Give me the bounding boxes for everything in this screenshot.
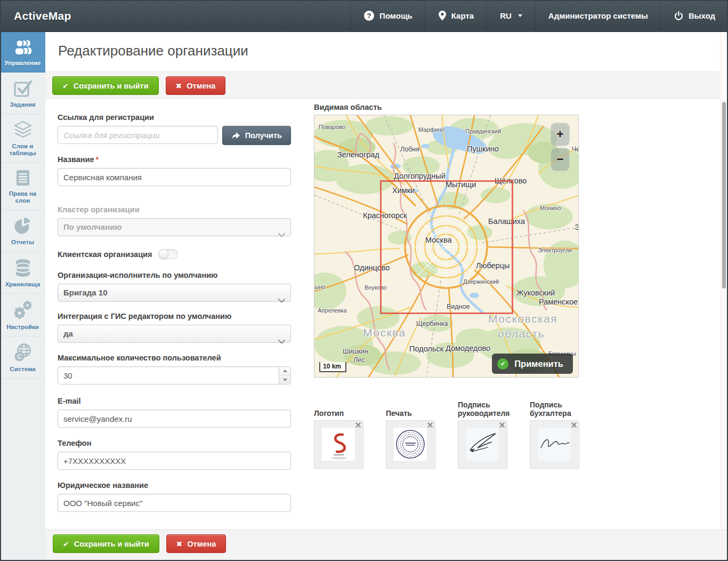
client-org-toggle[interactable] <box>158 249 178 259</box>
name-field: Название* <box>58 155 291 186</box>
apply-button[interactable]: ✔ Применить <box>492 354 573 374</box>
accountant-sign-label: Подпись бухгалтера <box>530 400 583 418</box>
sidebar-item-settings[interactable]: Настройки <box>0 294 45 336</box>
email-label: E-mail <box>58 397 291 405</box>
chevron-down-icon <box>278 292 285 309</box>
map-place-label: Раменское <box>539 298 578 306</box>
cancel-button-bottom[interactable]: ✖ Отмена <box>166 534 227 553</box>
director-sign-label-zone: Подпись руководителя <box>458 397 511 418</box>
gis-integration-value: да <box>63 329 73 338</box>
top-action-bar: ✔ Сохранить и выйти ✖ Отмена <box>45 72 721 99</box>
help-menu-item[interactable]: ? Помощь <box>351 0 425 31</box>
get-link-label: Получить <box>245 131 282 140</box>
visible-area-rectangle[interactable] <box>380 180 513 314</box>
save-and-exit-button-bottom[interactable]: ✔ Сохранить и выйти <box>53 534 159 553</box>
phone-input[interactable] <box>58 452 291 470</box>
visible-area-map[interactable]: ПоваровоМарфиноПравдинскийПушкиноЗеленог… <box>314 115 579 378</box>
save-button-label: Сохранить и выйти <box>74 540 149 548</box>
accountant-sign-attachment[interactable]: × <box>530 420 579 469</box>
sidebar-item-tasks[interactable]: Задания <box>0 73 45 114</box>
email-field: E-mail <box>58 397 291 428</box>
map-place-label: Домодедово <box>446 344 490 352</box>
gis-integration-field: Интеграция с ГИС редактором по умолчанию… <box>58 312 291 343</box>
map-pin-icon <box>439 11 446 21</box>
cancel-button-label: Отмена <box>187 82 215 90</box>
max-users-label: Максимальное количество пользователей <box>58 354 291 362</box>
accountant-sign-label-zone: Подпись бухгалтера <box>530 397 583 418</box>
map-place-label: Марфино <box>418 126 444 133</box>
stamp-attachment[interactable]: × <box>386 420 435 469</box>
svg-text:C: C <box>17 353 21 360</box>
language-selector[interactable]: RU <box>487 0 535 31</box>
map-scale: 10 km <box>319 362 346 372</box>
gis-integration-select[interactable]: да <box>58 325 291 343</box>
email-input[interactable] <box>58 410 291 428</box>
registration-link-field: Ссылка для регистрации Получить <box>58 113 291 145</box>
required-asterisk: * <box>95 155 99 164</box>
app-logo: ActiveMap <box>0 0 85 31</box>
sidebar-item-system[interactable]: C Система <box>0 336 45 379</box>
topbar-spacer <box>85 0 351 31</box>
logo-image <box>322 428 355 461</box>
number-spinner <box>279 367 290 384</box>
remove-logo-icon[interactable]: × <box>355 420 361 430</box>
map-place-label: Лес <box>353 356 365 364</box>
caret-down-icon <box>518 14 522 17</box>
client-org-label: Клиентская организация <box>58 250 152 259</box>
app-window: ActiveMap ? Помощь Карта RU Администрато… <box>0 0 728 561</box>
logo-label-zone: Логотип <box>314 397 386 418</box>
zoom-out-button[interactable]: − <box>551 148 570 171</box>
registration-link-input[interactable] <box>58 126 218 144</box>
map-place-label: Московская <box>488 312 557 325</box>
map-place-label: Эл <box>575 223 579 231</box>
vertical-scrollbar[interactable] <box>721 99 727 561</box>
chevron-down-icon <box>278 226 285 243</box>
legal-name-label: Юридическое название <box>58 481 291 490</box>
sidebar-item-label: Управление <box>2 60 44 67</box>
cluster-label: Кластер организации <box>58 205 291 214</box>
spinner-down-button[interactable] <box>279 375 290 384</box>
sidebar-item-management[interactable]: Управление <box>0 32 45 73</box>
users-icon <box>12 38 34 57</box>
remove-accountant-sign-icon[interactable]: × <box>571 420 577 430</box>
sidebar-item-label: Слои и таблицы <box>2 143 44 157</box>
zoom-in-button[interactable]: + <box>551 123 570 146</box>
current-user-item[interactable]: Администратор системы <box>535 0 661 31</box>
sidebar-item-layer-rights[interactable]: Права на слои <box>0 163 45 210</box>
remove-stamp-icon[interactable]: × <box>427 420 433 430</box>
spinner-up-button[interactable] <box>279 367 290 375</box>
help-icon: ? <box>364 11 374 21</box>
legal-name-input[interactable] <box>58 494 291 512</box>
remove-director-sign-icon[interactable]: × <box>499 420 505 430</box>
main-content: Редактирование организации ✔ Сохранить и… <box>45 32 728 561</box>
director-sign-attachment[interactable]: × <box>458 420 507 469</box>
sidebar-item-storages[interactable]: Хранилища <box>0 252 45 294</box>
sidebar-item-reports[interactable]: Отчеты <box>0 210 45 252</box>
sidebar-item-label: Задания <box>2 101 44 108</box>
map-menu-item[interactable]: Карта <box>425 0 487 31</box>
map-place-label: область <box>498 327 545 340</box>
sidebar-item-layers[interactable]: Слои и таблицы <box>0 114 45 163</box>
sidebar-item-label: Настройки <box>2 324 44 331</box>
organization-form: Ссылка для регистрации Получить Назв <box>45 99 721 530</box>
map-zoom-control: + − <box>551 123 570 173</box>
name-label: Название* <box>58 155 291 164</box>
map-place-label: Зеленоград <box>337 150 379 159</box>
cross-icon: ✖ <box>176 540 183 548</box>
map-place-label: Апрелевка <box>318 307 347 314</box>
logo-attachment[interactable]: × <box>314 420 363 469</box>
max-users-input[interactable] <box>58 366 291 384</box>
scrollbar-thumb[interactable] <box>722 102 726 288</box>
logout-menu-item[interactable]: Выход <box>661 0 728 31</box>
gears-icon <box>12 300 34 320</box>
save-and-exit-button[interactable]: ✔ Сохранить и выйти <box>52 76 159 95</box>
default-executor-value: Бригада 10 <box>63 288 107 297</box>
cluster-select: По умолчанию <box>58 218 291 236</box>
logo-label: Логотип <box>314 409 344 418</box>
legal-name-field: Юридическое название <box>58 481 291 512</box>
get-link-button[interactable]: Получить <box>222 126 291 145</box>
name-input[interactable] <box>58 168 291 186</box>
default-executor-select[interactable]: Бригада 10 <box>58 284 291 302</box>
help-label: Помощь <box>379 11 412 20</box>
cancel-button[interactable]: ✖ Отмена <box>166 76 226 95</box>
